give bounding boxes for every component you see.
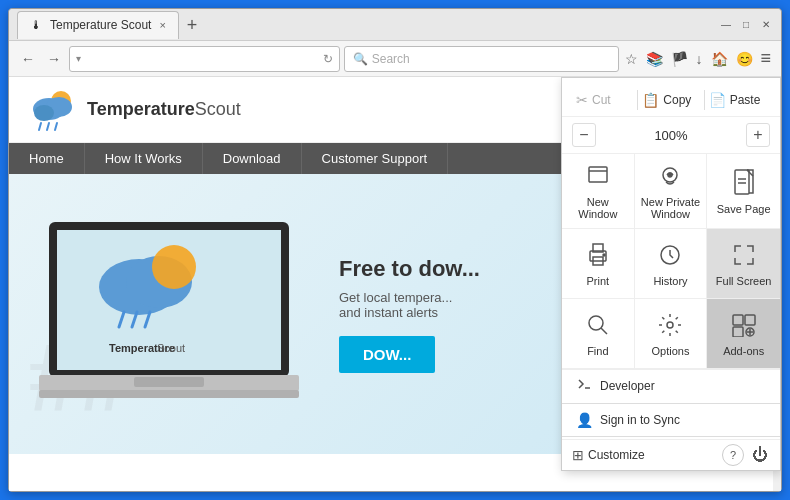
minimize-button[interactable]: —	[719, 18, 733, 32]
logo-icon	[29, 87, 79, 132]
nav-how-it-works[interactable]: How It Works	[85, 143, 203, 174]
pocket-icon[interactable]: 🏴	[669, 49, 690, 69]
options-icon	[658, 313, 682, 341]
browser-window: 🌡 Temperature Scout × + — □ ✕ ← → ▾ ↻ 🔍 …	[8, 8, 782, 492]
home-icon[interactable]: 🏠	[709, 49, 730, 69]
nav-download[interactable]: Download	[203, 143, 302, 174]
save-page-item[interactable]: Save Page	[707, 154, 780, 229]
new-tab-button[interactable]: +	[187, 16, 198, 34]
refresh-button[interactable]: ↻	[323, 52, 333, 66]
new-private-window-item[interactable]: New Private Window	[635, 154, 708, 229]
svg-line-6	[55, 123, 57, 130]
svg-rect-24	[735, 170, 749, 194]
customize-area[interactable]: ⊞ Customize	[572, 447, 645, 463]
full-screen-item[interactable]: Full Screen	[707, 229, 780, 299]
zoom-row: − 100% +	[562, 117, 780, 154]
new-private-label: New Private Window	[641, 196, 700, 220]
power-button[interactable]: ⏻	[750, 444, 770, 466]
new-window-icon	[586, 164, 610, 192]
menu-icon[interactable]: ≡	[759, 46, 774, 71]
back-button[interactable]: ←	[17, 49, 39, 69]
logo-normal: Scout	[195, 99, 241, 119]
nav-customer-support[interactable]: Customer Support	[302, 143, 449, 174]
nav-icons: ☆ 📚 🏴 ↓ 🏠 😊 ≡	[623, 46, 774, 71]
developer-item[interactable]: Developer	[562, 370, 780, 401]
sign-in-icon: 👤	[576, 412, 592, 428]
print-icon	[585, 243, 611, 271]
download-button[interactable]: DOW...	[339, 336, 435, 373]
menu-separator-1	[562, 403, 780, 404]
help-button[interactable]: ?	[722, 444, 744, 466]
add-ons-item[interactable]: Add-ons	[707, 299, 780, 369]
svg-point-30	[603, 254, 605, 256]
svg-rect-19	[134, 377, 204, 387]
library-icon[interactable]: 📚	[644, 49, 665, 69]
search-box[interactable]: 🔍 Search	[344, 46, 619, 72]
svg-line-33	[601, 328, 607, 334]
logo-area: TemperatureScout	[29, 87, 241, 132]
sync-icon[interactable]: 😊	[734, 49, 755, 69]
title-bar: 🌡 Temperature Scout × + — □ ✕	[9, 9, 781, 41]
new-window-label: New Window	[566, 196, 630, 220]
downloads-icon[interactable]: ↓	[694, 49, 705, 69]
svg-rect-20	[589, 167, 607, 182]
laptop-illustration: Temperature Scout	[29, 212, 309, 416]
zoom-out-button[interactable]: −	[572, 123, 596, 147]
copy-button[interactable]: 📋 Copy	[638, 90, 703, 110]
find-item[interactable]: Find	[562, 299, 635, 369]
svg-line-5	[47, 123, 49, 130]
hero-subtitle: Get local tempera... and instant alerts	[339, 290, 480, 320]
hero-title: Free to dow...	[339, 256, 480, 282]
history-icon	[658, 243, 682, 271]
find-label: Find	[587, 345, 608, 357]
find-icon	[586, 313, 610, 341]
tab-close-btn[interactable]: ×	[159, 19, 165, 31]
add-ons-label: Add-ons	[723, 345, 764, 357]
maximize-button[interactable]: □	[739, 18, 753, 32]
address-bar[interactable]: ▾ ↻	[69, 46, 340, 72]
developer-label: Developer	[600, 379, 655, 393]
sign-in-label: Sign in to Sync	[600, 413, 680, 427]
search-placeholder: Search	[372, 52, 410, 66]
close-button[interactable]: ✕	[759, 18, 773, 32]
bookmarks-icon[interactable]: ☆	[623, 49, 640, 69]
svg-point-34	[667, 322, 673, 328]
address-dropdown-icon: ▾	[76, 53, 81, 64]
laptop-svg: Temperature Scout	[29, 212, 309, 412]
add-ons-icon	[731, 313, 757, 341]
options-label: Options	[652, 345, 690, 357]
paste-button[interactable]: 📄 Paste	[705, 90, 770, 110]
cut-button[interactable]: ✂ Cut	[572, 90, 637, 110]
zoom-in-button[interactable]: +	[746, 123, 770, 147]
menu-separator-2	[562, 436, 780, 437]
new-window-item[interactable]: New Window	[562, 154, 635, 229]
history-label: History	[653, 275, 687, 287]
svg-point-3	[34, 105, 54, 121]
full-screen-label: Full Screen	[716, 275, 772, 287]
window-controls: — □ ✕	[719, 18, 773, 32]
svg-rect-35	[733, 315, 743, 325]
firefox-menu: ✂ Cut 📋 Copy 📄 Paste − 100% +	[561, 77, 781, 471]
menu-grid: New Window New Private Window	[562, 154, 780, 370]
forward-button[interactable]: →	[43, 49, 65, 69]
history-item[interactable]: History	[635, 229, 708, 299]
new-private-icon	[658, 164, 682, 192]
logo-text: TemperatureScout	[87, 99, 241, 120]
sign-in-item[interactable]: 👤 Sign in to Sync	[562, 406, 780, 434]
zoom-value: 100%	[600, 128, 742, 143]
print-item[interactable]: Print	[562, 229, 635, 299]
navigation-bar: ← → ▾ ↻ 🔍 Search ☆ 📚 🏴 ↓ 🏠 😊 ≡	[9, 41, 781, 77]
tab-favicon: 🌡	[30, 18, 42, 32]
customize-icon: ⊞	[572, 447, 584, 463]
menu-footer: ⊞ Customize ? ⏻	[562, 439, 780, 470]
svg-point-11	[152, 245, 196, 289]
svg-point-32	[589, 316, 603, 330]
full-screen-icon	[732, 243, 756, 271]
clipboard-row: ✂ Cut 📋 Copy 📄 Paste	[562, 84, 780, 117]
copy-icon: 📋	[642, 92, 659, 108]
svg-point-23	[668, 173, 672, 177]
nav-home[interactable]: Home	[9, 143, 85, 174]
svg-rect-18	[39, 390, 299, 398]
active-tab[interactable]: 🌡 Temperature Scout ×	[17, 11, 179, 39]
options-item[interactable]: Options	[635, 299, 708, 369]
